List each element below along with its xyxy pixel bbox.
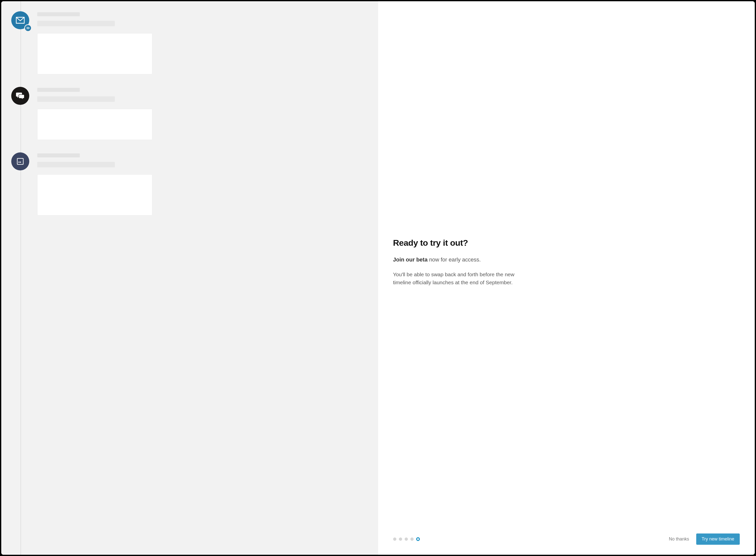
pagination-dot-active[interactable] (416, 537, 420, 541)
timeline-item (11, 87, 368, 140)
try-new-timeline-button[interactable]: Try new timeline (696, 533, 740, 545)
onboarding-subheading: Join our beta now for early access. (393, 256, 740, 264)
skip-forward-icon (24, 24, 32, 32)
skeleton-card (37, 33, 152, 74)
skeleton-card (37, 109, 152, 140)
timeline-vertical-line (21, 1, 21, 555)
skeleton-line-long (37, 21, 115, 26)
timeline-item-content (37, 11, 368, 74)
onboarding-text-block: Ready to try it out? Join our beta now f… (393, 16, 740, 528)
skeleton-card (37, 174, 152, 215)
timeline-item (11, 152, 368, 215)
onboarding-heading: Ready to try it out? (393, 238, 740, 248)
dismiss-button[interactable]: No thanks (669, 536, 689, 542)
pagination-dot[interactable] (399, 537, 402, 541)
onboarding-footer: No thanks Try new timeline (393, 528, 740, 545)
skeleton-line-long (37, 96, 115, 102)
timeline-item (11, 11, 368, 74)
skeleton-line-short (37, 153, 80, 158)
timeline-item-content (37, 87, 368, 140)
pagination-dot[interactable] (405, 537, 408, 541)
onboarding-body: You'll be able to swap back and forth be… (393, 271, 523, 287)
pagination-dot[interactable] (393, 537, 396, 541)
skeleton-line-long (37, 162, 115, 167)
timeline-item-content (37, 152, 368, 215)
onboarding-content-pane: Ready to try it out? Join our beta now f… (378, 1, 755, 555)
onboarding-actions: No thanks Try new timeline (669, 533, 740, 545)
chat-icon (11, 87, 29, 105)
svg-rect-2 (20, 162, 21, 163)
onboarding-subheading-rest: now for early access. (428, 256, 481, 263)
skeleton-line-short (37, 88, 80, 92)
timeline-preview-pane (1, 1, 378, 555)
svg-rect-0 (17, 159, 23, 164)
pagination-dot[interactable] (410, 537, 414, 541)
onboarding-subheading-bold: Join our beta (393, 256, 428, 263)
skeleton-line-short (37, 12, 80, 16)
pagination-dots (393, 537, 420, 541)
onboarding-modal: Ready to try it out? Join our beta now f… (1, 1, 755, 555)
svg-rect-1 (18, 162, 20, 163)
calendar-icon (11, 152, 29, 170)
